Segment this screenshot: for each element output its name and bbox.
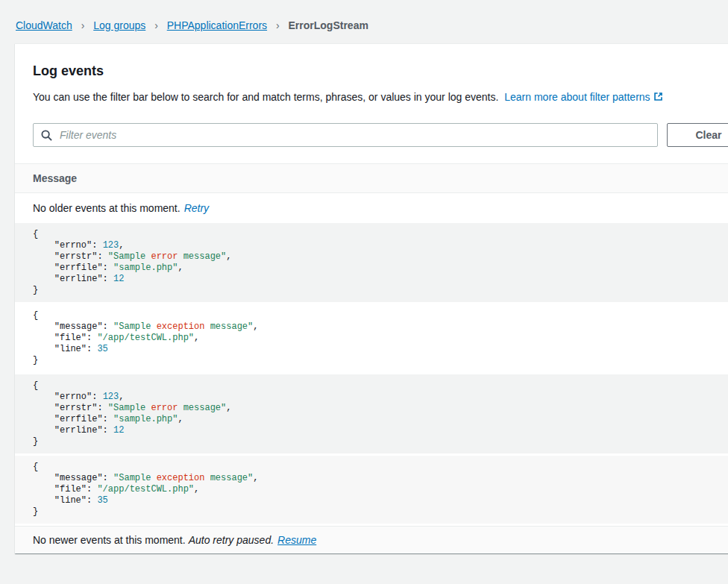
log-event-json-line: } <box>33 355 728 366</box>
log-events-card: Log events You can use the filter bar be… <box>15 43 728 553</box>
breadcrumb-link-cloudwatch[interactable]: CloudWatch <box>16 19 72 31</box>
log-event-json-line: "line": 35 <box>33 495 728 506</box>
log-event-row[interactable]: { "errno": 123, "errstr": "Sample error … <box>15 374 728 456</box>
filter-events-input[interactable] <box>33 123 658 147</box>
log-event-json-line: "message": "Sample exception message", <box>33 473 728 484</box>
log-events-table: Message No older events at this moment.R… <box>15 163 728 553</box>
log-event-json-line: "errfile": "sample.php", <box>33 263 728 274</box>
breadcrumb-current: ErrorLogStream <box>289 19 368 31</box>
log-event-json-line: "file": "/app/testCWL.php", <box>33 333 728 344</box>
breadcrumb-separator-icon: › <box>81 19 85 31</box>
log-event-json-line: "message": "Sample exception message", <box>33 321 728 333</box>
learn-more-link[interactable]: Learn more about filter patterns <box>504 91 662 103</box>
external-link-icon <box>653 92 663 101</box>
column-header-message: Message <box>33 172 77 184</box>
clear-button[interactable]: Clear <box>667 123 728 147</box>
log-event-json-line: "errline": 12 <box>33 274 728 285</box>
auto-retry-paused-text: Auto retry paused. <box>189 534 274 546</box>
card-header: Log events You can use the filter bar be… <box>15 44 728 163</box>
log-event-json-line: "errno": 123, <box>33 240 728 251</box>
log-events-list: { "errno": 123, "errstr": "Sample error … <box>15 223 728 526</box>
log-event-row[interactable]: { "errno": 123, "errstr": "Sample error … <box>15 223 728 304</box>
breadcrumb-separator-icon: › <box>276 19 280 31</box>
log-event-json-line: { <box>33 380 728 392</box>
learn-more-label: Learn more about filter patterns <box>504 91 650 103</box>
no-older-events-text: No older events at this moment. <box>33 202 181 214</box>
table-header: Message <box>15 163 728 193</box>
log-event-json-line: "errstr": "Sample error message", <box>33 403 728 414</box>
log-event-json-line: "errline": 12 <box>33 425 728 436</box>
page-title: Log events <box>33 63 728 79</box>
resume-link[interactable]: Resume <box>277 534 316 546</box>
log-event-json-line: "file": "/app/testCWL.php", <box>33 484 728 495</box>
log-event-json-line: "line": 35 <box>33 344 728 355</box>
retry-link[interactable]: Retry <box>184 202 209 214</box>
breadcrumb-separator-icon: › <box>154 19 158 31</box>
breadcrumb-link-log-group[interactable]: PHPApplicationErrors <box>167 19 267 31</box>
log-event-json-line: } <box>33 285 728 296</box>
no-newer-events-row: No newer events at this moment.Auto retr… <box>15 526 728 553</box>
no-newer-events-text: No newer events at this moment. <box>33 534 186 546</box>
log-event-row[interactable]: { "message": "Sample exception message",… <box>15 456 728 526</box>
description: You can use the filter bar below to sear… <box>33 90 728 104</box>
breadcrumb-link-log-groups[interactable]: Log groups <box>93 19 145 31</box>
no-older-events-row: No older events at this moment.Retry <box>15 193 728 223</box>
filter-bar: Clear <box>33 123 728 147</box>
description-text: You can use the filter bar below to sear… <box>33 91 498 103</box>
breadcrumb: CloudWatch › Log groups › PHPApplication… <box>0 0 728 33</box>
log-event-json-line: "errstr": "Sample error message", <box>33 251 728 263</box>
search-box <box>33 123 658 147</box>
log-event-json-line: { <box>33 229 728 240</box>
log-event-row[interactable]: { "message": "Sample exception message",… <box>15 304 728 374</box>
log-event-json-line: "errno": 123, <box>33 392 728 403</box>
log-event-json-line: { <box>33 310 728 321</box>
log-event-json-line: } <box>33 436 728 448</box>
log-event-json-line: { <box>33 462 728 473</box>
log-event-json-line: "errfile": "sample.php", <box>33 414 728 425</box>
log-event-json-line: } <box>33 506 728 518</box>
